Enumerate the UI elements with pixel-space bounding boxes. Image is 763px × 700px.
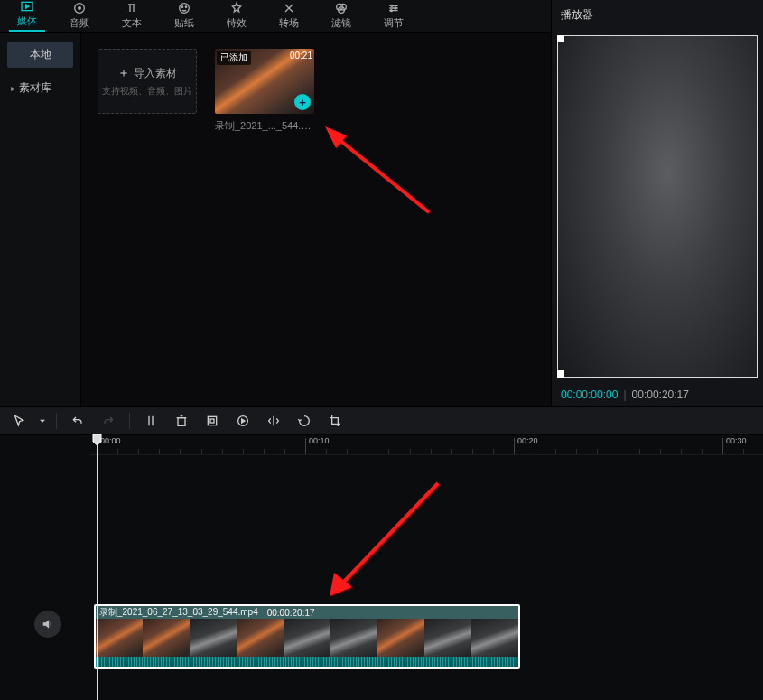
tab-audio-label: 音频: [70, 16, 89, 30]
sidebar-library-label: 素材库: [19, 80, 51, 96]
tab-text-label: 文本: [122, 16, 142, 30]
media-clip[interactable]: 已添加 00:21 + 录制_2021_..._544.mp4: [215, 49, 314, 133]
media-bin: ＋ 导入素材 支持视频、音频、图片 已添加 00:21 + 录制_2021_..…: [81, 33, 551, 406]
selection-dropdown[interactable]: [36, 410, 49, 432]
sidebar: 本地 ▸ 素材库: [0, 33, 81, 406]
tab-adjust-label: 调节: [384, 16, 404, 30]
added-tag: 已添加: [217, 51, 251, 65]
split-button[interactable]: [137, 410, 164, 432]
svg-rect-13: [208, 416, 216, 425]
svg-rect-12: [178, 418, 185, 426]
audio-icon: [72, 2, 87, 14]
sidebar-library-item[interactable]: ▸ 素材库: [7, 77, 73, 99]
clip-filename: 录制_2021_..._544.mp4: [215, 119, 314, 133]
tab-media-label: 媒体: [17, 14, 37, 28]
separator: [56, 413, 57, 429]
plus-icon: ＋: [117, 65, 130, 81]
tab-adjust[interactable]: 调节: [376, 0, 412, 32]
tab-filter-label: 滤镜: [331, 16, 351, 30]
svg-point-2: [79, 7, 81, 10]
time-separator: |: [623, 388, 626, 401]
ruler-label: 00:00: [100, 436, 121, 445]
import-card[interactable]: ＋ 导入素材 支持视频、音频、图片: [98, 49, 197, 114]
timeline-clip-duration: 00:00:20:17: [267, 608, 315, 618]
tab-effect-label: 特效: [227, 16, 247, 30]
ruler-label: 00:30: [726, 436, 747, 445]
playhead-handle[interactable]: [92, 434, 102, 446]
player-time: 00:00:00:00 | 00:00:20:17: [552, 383, 763, 406]
svg-point-9: [391, 5, 393, 6]
import-title: 导入素材: [134, 66, 177, 81]
rotate-button[interactable]: [291, 410, 318, 432]
tab-filter[interactable]: 滤镜: [323, 0, 359, 32]
adjust-icon: [386, 2, 401, 14]
top-tabs: 媒体 音频 文本 贴纸 特效 转场: [0, 0, 551, 33]
ruler-label: 00:10: [309, 436, 330, 445]
tab-transition-label: 转场: [279, 16, 299, 30]
clip-audio-waveform: [96, 657, 518, 667]
svg-point-11: [390, 10, 392, 12]
tab-effect[interactable]: 特效: [219, 0, 255, 32]
sidebar-local-button[interactable]: 本地: [7, 42, 73, 68]
chevron-right-icon: ▸: [11, 83, 15, 93]
clip-thumbnail[interactable]: 已添加 00:21 +: [215, 49, 314, 114]
tab-transition[interactable]: 转场: [271, 0, 307, 32]
player-title: 播放器: [552, 0, 763, 30]
playhead[interactable]: [97, 435, 98, 700]
tab-media[interactable]: 媒体: [9, 0, 45, 32]
transition-icon: [282, 2, 296, 14]
sticker-icon: [177, 2, 191, 14]
filter-icon: [334, 2, 349, 14]
timeline-clip[interactable]: 录制_2021_06_27_13_03_29_544.mp4 00:00:20:…: [94, 604, 520, 669]
timeline-clip-name: 录制_2021_06_27_13_03_29_544.mp4: [99, 606, 258, 619]
undo-button[interactable]: [64, 410, 91, 432]
handle-tl[interactable]: [557, 35, 564, 42]
redo-button[interactable]: [95, 410, 122, 432]
svg-point-3: [180, 4, 190, 14]
svg-point-4: [181, 6, 182, 7]
clip-thumbstrip: [96, 619, 518, 657]
timeline[interactable]: 00:0000:1000:2000:30 录制_2021_06_27_13_03…: [0, 435, 763, 700]
total-duration: 00:00:20:17: [632, 388, 689, 401]
delete-button[interactable]: [168, 410, 195, 432]
svg-rect-14: [210, 419, 214, 423]
separator: [129, 413, 130, 429]
text-icon: [125, 2, 139, 14]
tab-text[interactable]: 文本: [114, 0, 150, 32]
crop-button[interactable]: [321, 410, 349, 432]
add-to-timeline-button[interactable]: +: [294, 94, 311, 110]
mirror-button[interactable]: [260, 410, 287, 432]
current-time: 00:00:00:00: [561, 388, 618, 401]
tab-sticker-label: 贴纸: [174, 16, 194, 30]
tab-sticker[interactable]: 贴纸: [166, 0, 202, 32]
freeze-button[interactable]: [199, 410, 226, 432]
import-subtitle: 支持视频、音频、图片: [102, 85, 192, 98]
track-mute-button[interactable]: [34, 611, 61, 638]
svg-point-10: [395, 7, 396, 9]
svg-point-5: [185, 6, 186, 7]
duration-tag: 00:21: [290, 51, 312, 61]
tab-audio[interactable]: 音频: [61, 0, 98, 32]
ruler-label: 00:20: [517, 436, 538, 445]
timeline-toolbar: [0, 406, 763, 435]
media-icon: [20, 0, 34, 13]
selection-tool[interactable]: [5, 410, 33, 432]
speed-button[interactable]: [229, 410, 256, 432]
handle-bl[interactable]: [557, 370, 564, 378]
timeline-ruler[interactable]: 00:0000:1000:2000:30: [90, 435, 763, 455]
player-viewport[interactable]: [557, 35, 758, 378]
effect-icon: [229, 2, 244, 14]
